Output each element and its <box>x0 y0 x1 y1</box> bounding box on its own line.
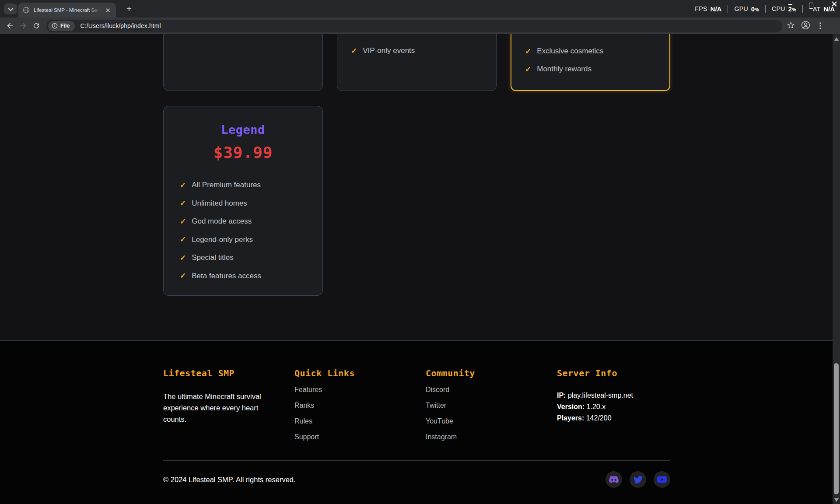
divider <box>765 5 766 13</box>
footer-link[interactable]: Features <box>294 385 426 394</box>
browser-menu-button[interactable]: ⋮ <box>816 24 824 28</box>
phone-icon <box>809 3 813 9</box>
pricing-card-highlighted: ✓ Exclusive cosmetics ✓ Monthly rewards <box>511 34 670 91</box>
server-info-label: Players: <box>557 414 584 422</box>
gpu-label: GPU <box>734 5 748 12</box>
profile-button[interactable] <box>801 21 810 32</box>
quick-links-list: FeaturesRanksRulesSupport <box>294 385 426 441</box>
footer-community-column: Community DiscordTwitterYouTubeInstagram <box>426 368 557 444</box>
tab-strip: Lifesteal SMP - Minecraft Server ✕ + FPS… <box>0 0 840 18</box>
server-info-list: IP: play.lifesteal-smp.net Version: 1.20… <box>557 390 670 424</box>
scroll-up-icon[interactable] <box>834 37 839 41</box>
forward-arrow-icon <box>19 21 28 30</box>
feature-list: ✓ Exclusive cosmetics ✓ Monthly rewards <box>525 47 603 74</box>
footer-brand-title: Lifesteal SMP <box>163 368 294 378</box>
discord-button[interactable] <box>606 471 622 488</box>
footer-link[interactable]: Ranks <box>294 401 426 410</box>
performance-overlay: FPSN/A GPU0% CPU2% ATN/A <box>695 3 835 14</box>
globe-favicon-icon <box>23 7 30 14</box>
feature-item: ✓ Special titles <box>180 253 322 262</box>
footer-link[interactable]: Twitter <box>426 401 557 410</box>
youtube-button[interactable] <box>654 471 670 488</box>
check-icon: ✓ <box>180 235 186 244</box>
twitter-button[interactable] <box>630 471 646 488</box>
cpu-label: CPU <box>772 5 785 12</box>
feature-text: All Premium features <box>192 181 261 189</box>
url-text[interactable]: C:/Users/iluck/php/index.html <box>80 22 161 29</box>
scrollbar-thumb[interactable] <box>834 363 839 494</box>
chevron-down-icon <box>8 6 14 11</box>
check-icon: ✓ <box>525 47 531 56</box>
file-chip-label: File <box>60 23 70 29</box>
social-links <box>606 471 670 488</box>
pricing-card-legend: Legend $39.99 ✓ All Premium features ✓ U… <box>163 106 323 296</box>
feature-text: Beta features access <box>192 272 261 280</box>
server-info-label: Version: <box>557 403 584 410</box>
feature-item: ✓ God mode access <box>180 217 322 226</box>
footer-link[interactable]: Discord <box>426 385 557 394</box>
check-icon: ✓ <box>180 253 186 262</box>
tab-close-icon[interactable]: ✕ <box>103 6 112 14</box>
forward-button[interactable] <box>17 19 30 32</box>
fps-value: N/A <box>710 5 722 13</box>
feature-item: ✓ Exclusive cosmetics <box>525 47 603 56</box>
footer-column-title: Server Info <box>557 368 670 378</box>
feature-item: ✓ Unlimited homes <box>180 199 322 208</box>
star-icon <box>787 21 795 29</box>
feature-item: ✓ Legend-only perks <box>180 235 322 244</box>
community-links-list: DiscordTwitterYouTubeInstagram <box>426 385 557 441</box>
footer-link[interactable]: YouTube <box>426 417 557 426</box>
footer-quick-links-column: Quick Links FeaturesRanksRulesSupport <box>294 368 426 444</box>
footer-server-info-column: Server Info IP: play.lifesteal-smp.net V… <box>557 368 670 444</box>
back-arrow-icon <box>6 21 14 30</box>
check-icon: ✓ <box>180 181 186 190</box>
youtube-icon <box>657 475 667 484</box>
copyright-text: © 2024 Lifesteal SMP. All rights reserve… <box>163 476 296 484</box>
card-price: $39.99 <box>164 144 322 161</box>
gpu-value: 0% <box>751 5 759 13</box>
discord-icon <box>609 475 619 484</box>
feature-text: Exclusive cosmetics <box>537 47 603 56</box>
new-tab-button[interactable]: + <box>124 4 134 14</box>
battery-stat: ATN/A <box>809 5 835 13</box>
feature-item: ✓ VIP-only events <box>351 46 415 55</box>
server-info-row: Version: 1.20.x <box>557 401 670 413</box>
footer-link[interactable]: Rules <box>294 417 426 426</box>
footer-link[interactable]: Support <box>294 433 426 441</box>
check-icon: ✓ <box>180 217 186 226</box>
divider <box>802 5 803 13</box>
fps-label: FPS <box>695 5 707 12</box>
server-info-value: play.lifesteal-smp.net <box>568 392 633 399</box>
bookmark-star-button[interactable] <box>787 21 795 31</box>
scroll-down-icon[interactable] <box>834 498 839 502</box>
footer: Lifesteal SMP The ultimate Minecraft sur… <box>0 340 833 504</box>
reload-button[interactable] <box>30 19 43 32</box>
footer-link[interactable]: Instagram <box>426 433 557 441</box>
footer-column-title: Community <box>426 368 557 378</box>
footer-column-title: Quick Links <box>294 368 426 378</box>
file-chip[interactable]: File <box>48 21 75 31</box>
page-content: ✓ VIP-only events ✓ Exclusive cosmetics … <box>0 34 833 504</box>
back-button[interactable] <box>4 19 17 32</box>
feature-text: Legend-only perks <box>192 235 253 244</box>
pricing-card-vip: ✓ VIP-only events <box>337 34 497 91</box>
check-icon: ✓ <box>180 199 186 208</box>
browser-toolbar: File C:/Users/iluck/php/index.html ⋮ <box>0 18 840 34</box>
scrollbar[interactable] <box>833 34 840 504</box>
browser-tab[interactable]: Lifesteal SMP - Minecraft Server ✕ <box>18 3 116 18</box>
check-icon: ✓ <box>351 46 357 56</box>
feature-item: ✓ Monthly rewards <box>525 65 603 74</box>
tab-title-fade <box>89 7 100 13</box>
feature-text: God mode access <box>192 217 252 226</box>
twitter-icon <box>634 475 643 484</box>
feature-text: Special titles <box>192 253 233 262</box>
footer-brand-description: The ultimate Minecraft survival experien… <box>163 391 277 425</box>
pricing-card-1 <box>163 34 323 91</box>
tab-search-button[interactable] <box>4 4 17 14</box>
battery-value: N/A <box>823 5 835 13</box>
feature-text: VIP-only events <box>363 46 415 55</box>
server-info-row: IP: play.lifesteal-smp.net <box>557 390 670 401</box>
url-bar[interactable]: File C:/Users/iluck/php/index.html <box>46 20 782 32</box>
server-info-label: IP: <box>557 392 566 399</box>
cpu-value: 2% <box>788 5 796 13</box>
